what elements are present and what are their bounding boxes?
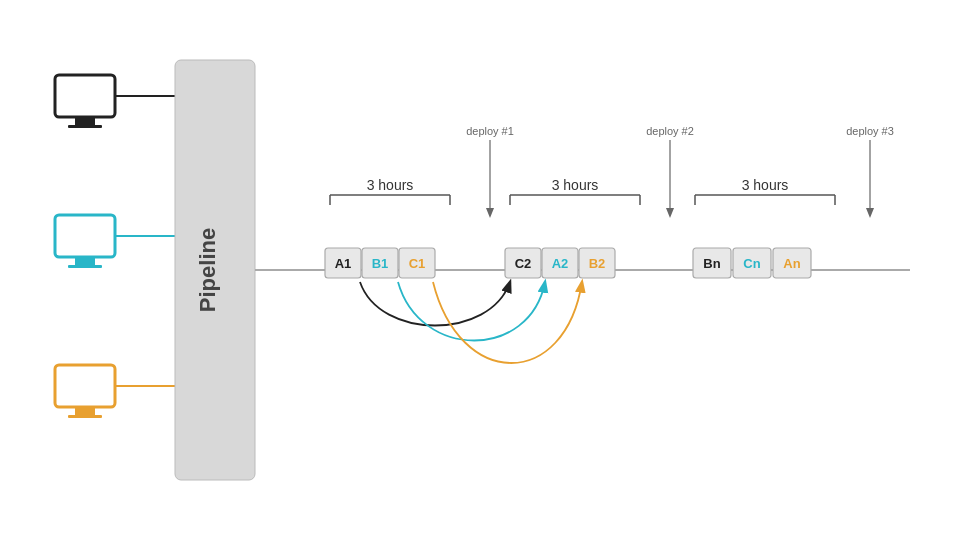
label-c1: C1 — [409, 256, 426, 271]
label-c2: C2 — [515, 256, 532, 271]
svg-rect-3 — [68, 125, 102, 128]
label-bn: Bn — [703, 256, 720, 271]
svg-rect-2 — [75, 117, 95, 125]
label-b2: B2 — [589, 256, 606, 271]
hours-label-1: 3 hours — [367, 177, 414, 193]
label-a2: A2 — [552, 256, 569, 271]
label-cn: Cn — [743, 256, 760, 271]
deploy-label-3: deploy #3 — [846, 125, 894, 137]
deploy-label-1: deploy #1 — [466, 125, 514, 137]
label-an: An — [783, 256, 800, 271]
pipeline-label: Pipeline — [195, 228, 220, 312]
diagram-canvas: Pipeline 3 hours 3 hours 3 hours deploy … — [0, 0, 960, 540]
label-b1: B1 — [372, 256, 389, 271]
svg-rect-10 — [75, 407, 95, 415]
svg-rect-7 — [68, 265, 102, 268]
hours-label-3: 3 hours — [742, 177, 789, 193]
svg-rect-11 — [68, 415, 102, 418]
deploy-label-2: deploy #2 — [646, 125, 694, 137]
hours-label-2: 3 hours — [552, 177, 599, 193]
label-a1: A1 — [335, 256, 352, 271]
svg-rect-6 — [75, 257, 95, 265]
pipeline-block: Pipeline — [175, 60, 255, 480]
